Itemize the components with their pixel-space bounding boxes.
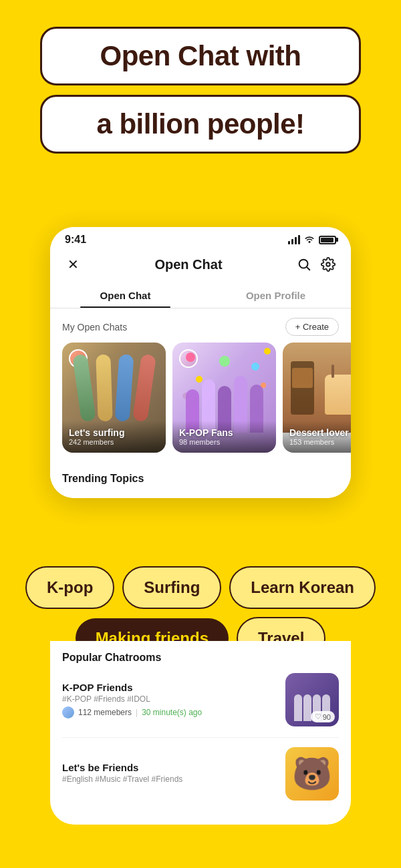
- nav-right-icons: [293, 254, 339, 275]
- nav-bar: ✕ Open Chat: [50, 248, 351, 282]
- surfboard-2: [96, 354, 112, 421]
- card-title-kpop: K-POP Fans: [179, 427, 269, 438]
- topics-row-1: K-pop Surfing Learn Korean: [11, 566, 390, 609]
- room-members-kpop: 112 memebers: [78, 708, 132, 717]
- chat-cards-row: Let's surfing 242 members: [50, 343, 351, 463]
- phone-mockup: 9:41 ✕ Open Chat: [50, 227, 351, 498]
- wifi-icon: [304, 234, 315, 245]
- room-divider: |: [136, 708, 138, 717]
- tab-open-profile[interactable]: Open Profile: [200, 282, 351, 308]
- trending-spacer: [50, 485, 351, 498]
- create-button[interactable]: + Create: [285, 318, 339, 336]
- hero-line2: a billion people!: [62, 109, 339, 140]
- surf-scene: [62, 343, 166, 433]
- person-1: [294, 694, 302, 721]
- tabs-bar: Open Chat Open Profile: [50, 282, 351, 308]
- status-icons: [288, 234, 336, 245]
- chat-card-surfing[interactable]: Let's surfing 242 members: [62, 343, 166, 453]
- topic-surfing[interactable]: Surfing: [122, 566, 221, 609]
- card-members-kpop: 98 members: [179, 438, 269, 446]
- room-thumbnail-friends: 🐻: [285, 747, 339, 801]
- heart-count: ♡90: [311, 711, 335, 722]
- surfboard-4: [132, 353, 156, 421]
- my-open-chats-label: My Open Chats: [62, 322, 127, 333]
- room-name-friends: Let's be Friends: [62, 762, 276, 773]
- card-title-dessert: Dessert lover: [289, 427, 351, 438]
- room-meta-kpop: 112 memebers | 30 minute(s) ago: [62, 706, 276, 718]
- battery-icon: [319, 236, 336, 244]
- trending-title: Trending Topics: [62, 473, 339, 485]
- trending-section: Trending Topics: [50, 463, 351, 485]
- settings-button[interactable]: [317, 254, 339, 275]
- room-time-kpop: 30 minute(s) ago: [142, 708, 202, 717]
- card-overlay-surfing: Let's surfing 242 members: [62, 421, 166, 453]
- chat-card-kpop[interactable]: K-POP Fans 98 members: [172, 343, 276, 453]
- phone-bottom: Popular Chatrooms K-POP Friends #K-POP #…: [50, 641, 351, 825]
- bear-icon: 🐻: [292, 755, 332, 793]
- room-thumbnail-kpop: ♡90: [285, 673, 339, 726]
- speech-bubble-2: a billion people!: [40, 95, 361, 154]
- room-tags-kpop: #K-POP #Friends #IDOL: [62, 694, 276, 704]
- popular-title: Popular Chatrooms: [62, 652, 339, 664]
- divider: [62, 737, 339, 738]
- room-avatar-kpop: [62, 706, 74, 718]
- hero-line1: Open Chat with: [62, 41, 339, 71]
- chat-room-friends-info: Let's be Friends #English #Music #Travel…: [62, 762, 276, 787]
- close-button[interactable]: ✕: [62, 254, 84, 275]
- my-open-chats-header: My Open Chats + Create: [50, 308, 351, 343]
- surfboard-3: [114, 354, 134, 421]
- close-icon: ✕: [68, 256, 79, 272]
- chat-room-kpop-friends[interactable]: K-POP Friends #K-POP #Friends #IDOL 112 …: [62, 673, 339, 726]
- popular-chatrooms-section: Popular Chatrooms K-POP Friends #K-POP #…: [50, 641, 351, 801]
- tab-open-chat[interactable]: Open Chat: [50, 282, 200, 308]
- svg-line-1: [307, 267, 309, 270]
- card-overlay-kpop: K-POP Fans 98 members: [172, 421, 276, 453]
- topic-kpop[interactable]: K-pop: [25, 566, 114, 609]
- room-name-kpop: K-POP Friends: [62, 682, 276, 693]
- surfboard-1: [72, 353, 96, 421]
- chat-room-kpop-info: K-POP Friends #K-POP #Friends #IDOL 112 …: [62, 682, 276, 718]
- chat-room-friends[interactable]: Let's be Friends #English #Music #Travel…: [62, 747, 339, 801]
- status-time: 9:41: [65, 234, 86, 246]
- card-title-surfing: Let's surfing: [69, 427, 159, 438]
- topic-learn-korean[interactable]: Learn Korean: [229, 566, 376, 609]
- svg-point-2: [326, 262, 330, 266]
- chat-card-dessert[interactable]: Dessert lover 153 members: [283, 343, 351, 453]
- speech-bubble-1: Open Chat with: [40, 27, 361, 85]
- signal-icon: [288, 235, 300, 244]
- nav-title: Open Chat: [154, 257, 222, 272]
- card-members-dessert: 153 members: [289, 438, 351, 446]
- hero-section: Open Chat with a billion people!: [0, 0, 401, 175]
- room-tags-friends: #English #Music #Travel #Friends: [62, 775, 276, 784]
- dessert-item: [325, 375, 351, 415]
- status-bar: 9:41: [50, 227, 351, 248]
- card-members-surfing: 242 members: [69, 438, 159, 446]
- dessert-scene: [283, 343, 351, 433]
- card-overlay-dessert: Dessert lover 153 members: [283, 421, 351, 453]
- search-button[interactable]: [293, 254, 315, 275]
